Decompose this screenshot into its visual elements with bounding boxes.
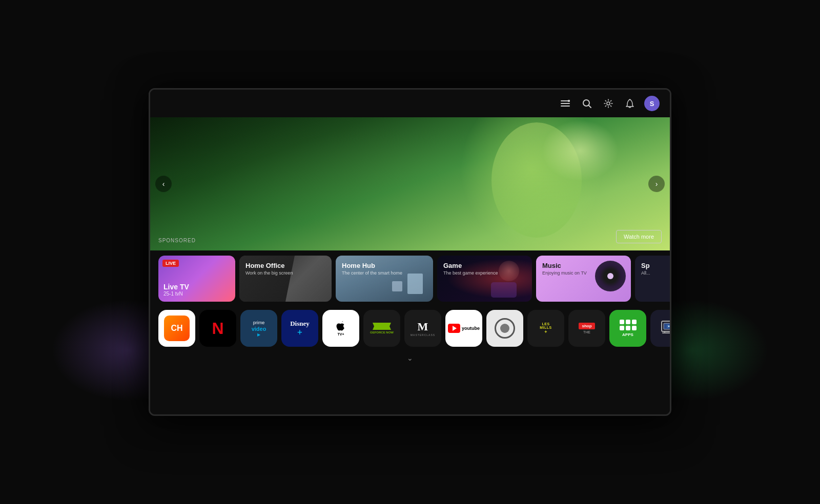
apps-row: CH N prime video ▶ Disney + xyxy=(150,307,670,352)
app-ch[interactable]: CH xyxy=(158,310,195,347)
ch-icon: CH xyxy=(164,316,190,341)
app-les-mills[interactable]: LES MILLS + xyxy=(527,310,564,347)
categories-row: LIVE Live TV 25-1 tvN Home Office Work o… xyxy=(150,250,670,307)
sansar-logo xyxy=(495,318,515,339)
chevron-down-icon: ⌄ xyxy=(407,354,413,363)
category-sp[interactable]: Sp All... xyxy=(635,256,670,302)
svg-point-4 xyxy=(583,100,589,106)
live-tv-info: Live TV 25-1 tvN xyxy=(163,283,189,297)
vinyl-disc xyxy=(595,261,626,291)
app-shop-tv[interactable]: shop THE xyxy=(568,310,605,347)
svg-point-6 xyxy=(607,102,610,105)
category-live-tv[interactable]: LIVE Live TV 25-1 tvN xyxy=(158,256,235,302)
live-badge: LIVE xyxy=(162,260,179,267)
svg-rect-2 xyxy=(561,106,570,107)
lesmills-logo: LES MILLS + xyxy=(540,322,552,334)
bell-icon[interactable] xyxy=(623,96,637,111)
sponsored-badge: SPONSORED xyxy=(158,238,196,243)
svg-rect-3 xyxy=(568,100,570,102)
disney-logo: Disney + xyxy=(290,320,310,337)
app-netflix[interactable]: N xyxy=(199,310,236,347)
hero-banner: ‹ › SPONSORED Watch more xyxy=(150,117,670,250)
app-geforce-now[interactable]: GEFORCE NOW xyxy=(363,310,400,347)
yt-triangle xyxy=(453,326,457,331)
app-disney-plus[interactable]: Disney + xyxy=(281,310,318,347)
category-music[interactable]: Music Enjoying music on TV xyxy=(536,256,631,302)
settings-icon[interactable] xyxy=(601,96,616,111)
scroll-indicator: ⌄ xyxy=(150,352,670,366)
home-office-text: Home Office Work on the big screen xyxy=(245,262,293,276)
vinyl-center xyxy=(607,273,613,279)
app-prime-video[interactable]: prime video ▶ xyxy=(240,310,277,347)
category-home-office[interactable]: Home Office Work on the big screen xyxy=(239,256,332,302)
category-home-hub[interactable]: Home Hub The center of the smart home xyxy=(336,256,433,302)
yt-logo-mark: youtube xyxy=(448,324,480,333)
cast-icon xyxy=(661,320,670,337)
home-hub-text: Home Hub The center of the smart home xyxy=(342,262,402,276)
search-icon[interactable] xyxy=(580,96,594,111)
header: S xyxy=(150,90,670,117)
tv-frame: S ‹ › SPONSORED Watch more LIVE Live TV … xyxy=(149,88,671,416)
apps-icon: APPS xyxy=(620,320,637,337)
app-youtube[interactable]: youtube xyxy=(445,310,482,347)
game-text: Game The best game experience xyxy=(443,262,498,276)
prime-logo: prime video ▶ xyxy=(252,320,266,337)
svg-line-5 xyxy=(589,106,591,108)
tv-screen: S ‹ › SPONSORED Watch more LIVE Live TV … xyxy=(150,90,670,414)
appletv-logo: TV+ xyxy=(336,321,345,336)
menu-icon[interactable] xyxy=(558,96,572,111)
music-text: Music Enjoying music on TV xyxy=(542,262,587,276)
yt-play-button xyxy=(448,324,460,333)
app-sansar[interactable] xyxy=(486,310,523,347)
youtube-logo: youtube xyxy=(448,324,480,333)
sp-text: Sp All... xyxy=(641,262,650,276)
app-masterclass[interactable]: M MASTERCLASS xyxy=(404,310,441,347)
svg-rect-1 xyxy=(561,103,570,104)
avatar[interactable]: S xyxy=(644,96,660,111)
masterclass-logo: M MASTERCLASS xyxy=(411,320,435,337)
app-apps-launcher[interactable]: APPS xyxy=(609,310,646,347)
hero-nav-right[interactable]: › xyxy=(648,176,665,192)
hero-nav-left[interactable]: ‹ xyxy=(155,176,172,192)
shoptv-logo: shop THE xyxy=(579,323,594,334)
watch-more-button[interactable]: Watch more xyxy=(616,230,662,243)
app-cast[interactable] xyxy=(650,310,670,347)
netflix-logo: N xyxy=(212,319,223,338)
geforce-logo: GEFORCE NOW xyxy=(370,323,394,334)
app-apple-tv[interactable]: TV+ xyxy=(322,310,359,347)
category-game[interactable]: Game The best game experience xyxy=(437,256,532,302)
